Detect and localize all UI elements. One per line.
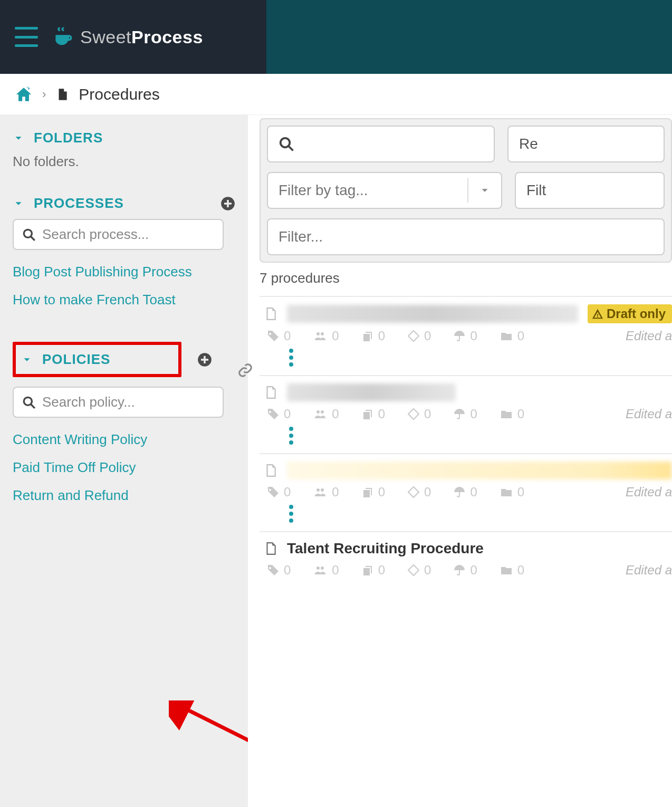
search-filter-field[interactable] xyxy=(294,136,483,152)
procedure-row[interactable]: 0 0 0 0 0 0 Edited a xyxy=(260,375,672,453)
people-icon xyxy=(313,408,328,420)
procedure-title-redacted xyxy=(287,383,456,401)
tag-icon xyxy=(267,564,280,577)
content: FOLDERS No folders. PROCESSES Blog Post … xyxy=(0,115,672,807)
policies-label: POLICIES xyxy=(42,351,110,368)
edited-label: Edited a xyxy=(626,485,672,499)
meta-row: 0 0 0 0 0 0 Edited a xyxy=(267,329,672,343)
sidebar-item-policy[interactable]: Return and Refund xyxy=(13,485,235,506)
chevron-down-icon xyxy=(13,132,24,144)
topbar-left: SweetProcess xyxy=(0,0,266,74)
chevron-down-icon xyxy=(21,354,33,366)
sidebar-item-process[interactable]: How to make French Toast xyxy=(13,290,235,310)
logo[interactable]: SweetProcess xyxy=(52,25,203,49)
search-filter[interactable] xyxy=(267,126,495,162)
home-icon[interactable] xyxy=(15,85,33,103)
filter-right-1[interactable]: Re xyxy=(507,126,665,162)
warning-icon xyxy=(592,308,603,320)
topbar: SweetProcess xyxy=(0,0,672,74)
search-process-field[interactable] xyxy=(42,226,214,243)
filter-right-2[interactable]: Filt xyxy=(515,172,665,209)
breadcrumb: › Procedures xyxy=(0,74,672,115)
draft-badge: Draft only xyxy=(588,304,672,323)
edited-label: Edited a xyxy=(626,329,672,343)
document-icon xyxy=(264,462,277,479)
people-icon xyxy=(313,564,328,577)
draft-badge-label: Draft only xyxy=(607,306,666,321)
document-icon xyxy=(55,86,69,103)
umbrella-icon xyxy=(453,564,466,577)
meta-folder: 0 xyxy=(500,329,524,343)
cup-icon xyxy=(52,25,75,49)
generic-filter-field[interactable] xyxy=(279,228,653,245)
diamond-icon xyxy=(407,330,420,342)
sidebar: FOLDERS No folders. PROCESSES Blog Post … xyxy=(0,115,248,807)
procedure-row[interactable]: Draft only 0 0 0 0 0 0 Edited a xyxy=(260,296,672,375)
generic-filter[interactable] xyxy=(267,218,665,255)
procedure-row[interactable]: 0 0 0 0 0 0 Edited a xyxy=(260,453,672,531)
meta-row: 0 0 0 0 0 0 Edited a xyxy=(267,407,672,421)
link-icon[interactable] xyxy=(237,362,253,378)
meta-row: 0 0 0 0 0 0 Edited a xyxy=(267,485,672,499)
folders-header[interactable]: FOLDERS xyxy=(13,130,235,146)
search-icon xyxy=(22,396,36,409)
processes-header[interactable]: PROCESSES xyxy=(13,195,235,212)
menu-icon[interactable] xyxy=(15,27,38,47)
row-menu[interactable] xyxy=(289,349,672,367)
folder-icon xyxy=(500,486,513,498)
svg-line-6 xyxy=(179,706,248,753)
annotation-arrow xyxy=(169,700,248,758)
policies-header[interactable]: POLICIES xyxy=(21,351,168,368)
search-policy-input[interactable] xyxy=(13,387,224,418)
tag-icon xyxy=(267,330,280,342)
no-folders-text: No folders. xyxy=(13,153,235,170)
main: Re Filt 7 procedures xyxy=(248,115,672,807)
procedure-title-redacted xyxy=(287,305,578,323)
tag-icon xyxy=(267,486,280,498)
filter-right-1-label: Re xyxy=(519,136,538,152)
copy-icon xyxy=(361,408,374,420)
procedure-title: Talent Recruiting Procedure xyxy=(287,540,484,557)
chevron-down-icon xyxy=(13,198,24,209)
procedure-title-redacted xyxy=(287,462,672,479)
sidebar-item-policy[interactable]: Content Writing Policy xyxy=(13,429,235,450)
process-links: Blog Post Publishing Process How to make… xyxy=(13,262,235,310)
policy-links: Content Writing Policy Paid Time Off Pol… xyxy=(13,429,235,506)
tag-filter-field[interactable] xyxy=(279,182,467,199)
people-icon xyxy=(313,330,328,342)
umbrella-icon xyxy=(453,486,466,498)
policies-header-highlight: POLICIES xyxy=(13,342,181,377)
search-icon xyxy=(279,136,294,152)
document-icon xyxy=(264,540,277,558)
edited-label: Edited a xyxy=(626,563,672,578)
add-policy-icon[interactable] xyxy=(197,352,212,367)
folder-icon xyxy=(500,408,513,420)
row-menu[interactable] xyxy=(289,427,672,445)
search-process-input[interactable] xyxy=(13,219,224,250)
add-process-icon[interactable] xyxy=(220,196,235,211)
sidebar-item-process[interactable]: Blog Post Publishing Process xyxy=(13,262,235,282)
tag-icon xyxy=(267,408,280,420)
copy-icon xyxy=(361,486,374,498)
copy-icon xyxy=(361,330,374,342)
search-policy-field[interactable] xyxy=(42,394,214,410)
chevron-down-icon xyxy=(479,185,491,196)
topbar-right xyxy=(266,0,672,74)
search-icon xyxy=(22,228,36,242)
svg-point-4 xyxy=(24,397,32,405)
svg-point-1 xyxy=(24,229,32,237)
meta-row: 0 0 0 0 0 0 Edited a xyxy=(267,563,672,578)
sidebar-item-policy[interactable]: Paid Time Off Policy xyxy=(13,457,235,478)
folders-label: FOLDERS xyxy=(34,130,103,146)
breadcrumb-title: Procedures xyxy=(79,85,159,103)
umbrella-icon xyxy=(453,408,466,420)
umbrella-icon xyxy=(453,330,466,342)
procedure-row[interactable]: Talent Recruiting Procedure 0 0 0 0 0 0 … xyxy=(260,531,672,583)
logo-text: SweetProcess xyxy=(80,27,203,47)
edited-label: Edited a xyxy=(626,407,672,421)
svg-line-2 xyxy=(31,236,35,241)
folder-icon xyxy=(500,330,513,342)
tag-filter[interactable] xyxy=(267,172,502,209)
row-menu[interactable] xyxy=(289,505,672,523)
svg-point-7 xyxy=(281,138,290,148)
